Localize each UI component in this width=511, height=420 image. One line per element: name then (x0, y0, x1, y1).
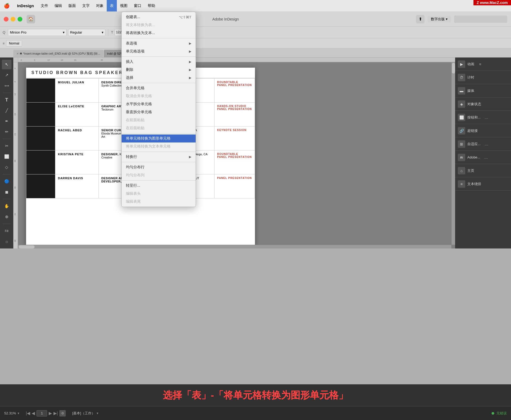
menu-item-edit-header: 编辑表头 (122, 190, 196, 198)
tool-fill[interactable]: Fill (2, 226, 11, 236)
menu-text[interactable]: 文字 (79, 0, 93, 11)
animation-icon: ▶ (458, 60, 465, 68)
apple-menu[interactable]: 🍎 (0, 3, 13, 9)
menu-item-dist-rows[interactable]: 均匀分布行 (122, 163, 196, 171)
page-nav[interactable]: |◀ ◀ 1 ▶ ▶| ⚙ (26, 410, 66, 417)
tool-hand[interactable]: ✋ (2, 201, 11, 211)
app-name[interactable]: InDesign (13, 3, 38, 8)
menu-item-goto-row[interactable]: 转至行... (122, 182, 196, 190)
home-button[interactable]: 🏠 (27, 15, 35, 23)
nav-prev[interactable]: ◀ (32, 411, 35, 416)
share-button[interactable]: ⬆ (416, 15, 425, 23)
svg-text:24: 24 (74, 59, 76, 61)
menu-file[interactable]: 文件 (38, 0, 51, 11)
svg-text:0: 0 (21, 59, 22, 61)
tool-type[interactable]: T (2, 95, 11, 105)
tool-select2[interactable]: ↗ (2, 70, 11, 80)
menu-window[interactable]: 窗口 (131, 0, 145, 11)
media-icon: ▬ (458, 87, 465, 95)
nav-last[interactable]: ▶| (53, 411, 58, 416)
menu-item-paste-after: 在后面粘贴 (122, 124, 196, 132)
svg-text:24: 24 (14, 133, 16, 136)
nav-first[interactable]: |◀ (26, 411, 30, 416)
separator-6 (122, 162, 196, 162)
menu-item-split-h[interactable]: 水平拆分单元格 (122, 100, 196, 108)
document-title: Adobe InDesign (38, 17, 413, 21)
svg-text:6: 6 (14, 81, 16, 82)
tool-eyedrop[interactable]: 🔵 (2, 177, 11, 186)
menu-item-delete[interactable]: 删除 ▶ (122, 66, 196, 74)
tool-line[interactable]: ╱ (2, 106, 11, 115)
annotation-text: 选择「表」-「将单元格转换为图形单元格」 (163, 389, 348, 402)
panel-master-page[interactable]: ⌂ 主页 (455, 164, 511, 177)
type-cell-2: HANDS-ON STUDIOPANEL PRESENTATION (214, 103, 255, 127)
panel-adobe[interactable]: Ai Adobe... … (455, 151, 511, 164)
panel-object-states[interactable]: ◈ 对象状态 (455, 97, 511, 111)
fullscreen-button[interactable] (18, 17, 22, 22)
tool-pencil[interactable]: ✏ (2, 127, 11, 137)
panel-media[interactable]: ▬ 媒体 (455, 84, 511, 97)
font-name-select[interactable]: Minion Pro ▾ (8, 29, 67, 36)
tool-rect[interactable]: ⬜ (2, 152, 11, 161)
panel-buttons[interactable]: ⬜ 按钮和... … (455, 111, 511, 124)
tool-scissor[interactable]: ✂ (2, 141, 11, 151)
menu-item-table-to-text[interactable]: 将表转换为文本... (122, 29, 196, 37)
panel-hyperlinks[interactable]: 🔗 超链接 (455, 124, 511, 137)
main-content: ↖ ↗ ⟺ T ╱ ✒ ✏ ✂ ⬜ ◇ 🔵 ◼ ✋ ⊕ Fill ◻ (0, 58, 511, 248)
menu-item-paste-before: 在前面粘贴 (122, 116, 196, 124)
separator-1 (122, 38, 196, 38)
table-dropdown-menu[interactable]: 创建表... ⌥⇧⌘T 将文本转换为表... 将表转换为文本... 表选项 ▶ … (121, 12, 196, 207)
tool-select[interactable]: ↖ (2, 60, 11, 69)
menu-layout[interactable]: 版面 (65, 0, 79, 11)
menu-help[interactable]: 帮助 (145, 0, 158, 11)
status-indicator: 无错误 (492, 411, 507, 416)
publish-button[interactable]: 数字出版 ▾ (428, 16, 451, 23)
buttons-extra-icon: … (483, 114, 490, 121)
page-settings-btn[interactable]: ⚙ (59, 410, 66, 417)
menu-item-convert-row[interactable]: 转换行 ▶ (122, 153, 196, 161)
zoom-control[interactable]: 52.31% ▾ (4, 411, 19, 415)
menu-item-convert-to-graphic[interactable]: 将单元格转换为图形单元格 (122, 134, 196, 142)
annotation-banner: 选择「表」-「将单元格转换为图形单元格」 (0, 384, 511, 406)
scrollbar-horizontal[interactable] (18, 245, 451, 248)
scrollbar-vertical[interactable] (451, 62, 455, 245)
tool-zoom[interactable]: ⊕ (2, 212, 11, 222)
canvas-area: 0 6 12 18 24 36 48 54 60 0 6 (13, 58, 455, 248)
adobe-icon: Ai (458, 154, 465, 161)
menu-item-select[interactable]: 选择 ▶ (122, 74, 196, 82)
preset-control[interactable]: [基本]（工作） ▾ (72, 411, 98, 416)
tool-stroke[interactable]: ◻ (2, 237, 11, 246)
panel-adaptive[interactable]: ⊞ 自适应... … (455, 137, 511, 151)
menu-table[interactable]: 表 (107, 0, 117, 11)
menu-item-create-table[interactable]: 创建表... ⌥⇧⌘T (122, 13, 196, 21)
name-cell-5: DARREN DAVIS (55, 174, 98, 198)
menu-item-merge[interactable]: 合并单元格 (122, 84, 196, 92)
nav-next[interactable]: ▶ (49, 411, 52, 416)
menu-edit[interactable]: 编辑 (51, 0, 65, 11)
menu-item-table-options[interactable]: 表选项 ▶ (122, 39, 196, 47)
paragraph-style[interactable]: Normal (6, 40, 22, 47)
minimize-button[interactable] (11, 17, 15, 22)
titlebar-right: ⬆ 数字出版 ▾ (416, 15, 507, 23)
panel-animation[interactable]: ▶ 动画 ≡ (455, 58, 511, 71)
menu-item-cell-options[interactable]: 单元格选项 ▶ (122, 47, 196, 55)
tab-1-close[interactable]: ✕ (17, 52, 19, 55)
tool-gradient[interactable]: ◼ (2, 187, 11, 197)
tool-gap[interactable]: ⟺ (2, 81, 11, 91)
menu-item-insert[interactable]: 插入 ▶ (122, 58, 196, 66)
tool-shape[interactable]: ◇ (2, 162, 11, 172)
menu-view[interactable]: 视图 (117, 0, 131, 11)
page-number-input[interactable]: 1 (36, 410, 47, 417)
panel-timing[interactable]: ⏱ 计时 (455, 71, 511, 84)
menu-item-edit-footer: 编辑表尾 (122, 198, 196, 206)
font-style-select[interactable]: Regular ▾ (68, 29, 105, 36)
search-input[interactable] (454, 15, 507, 23)
close-button[interactable] (4, 17, 9, 22)
menu-item-split-v[interactable]: 垂直拆分单元格 (122, 108, 196, 116)
document-canvas-area[interactable]: STUDIO BROWN BAG SPEAKER SERIES MIGUEL J… (18, 62, 455, 248)
tab-1[interactable]: ✕ ✱ *insert-image-table-cell_END.indd @ … (13, 50, 103, 57)
menu-object[interactable]: 对象 (93, 0, 107, 11)
tool-pen[interactable]: ✒ (2, 116, 11, 126)
separator-2 (122, 56, 196, 57)
panel-text-wrap[interactable]: ≡ 文本绕排 (455, 177, 511, 191)
